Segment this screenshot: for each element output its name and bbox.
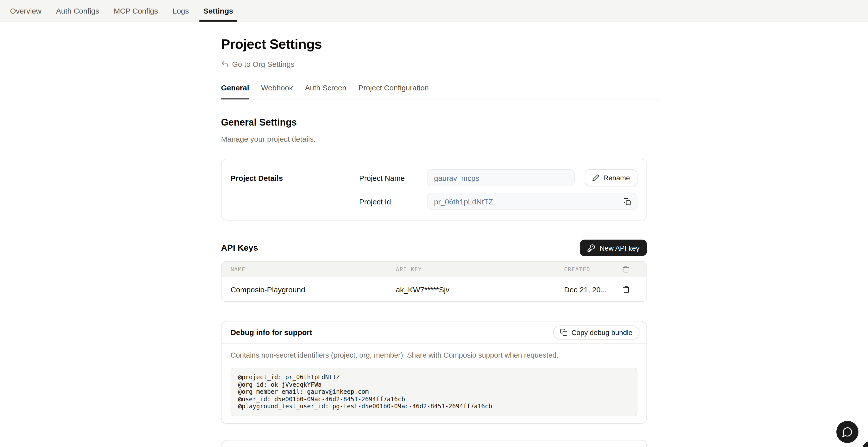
api-key-name-cell: Composio-Playground [230,285,396,293]
go-to-org-settings-link[interactable]: Go to Org Settings [221,59,294,69]
debug-info-title: Debug info for support [230,328,312,337]
table-row: Composio-Playground ak_KW7*****Sjv Dec 2… [221,277,647,301]
pencil-icon [592,174,599,181]
chat-fab-button[interactable] [836,421,859,443]
api-keys-table: NAME API KEY CREATED Composio-Playground… [221,261,647,302]
nav-item-auth-configs[interactable]: Auth Configs [52,0,103,22]
project-details-card: Project Details Project Name gaurav_mcps… [221,159,647,221]
key-icon [587,244,595,252]
go-to-org-settings-label: Go to Org Settings [232,59,294,69]
code-line: @user_id: d5e001b0-09ac-46d2-8451-2694ff… [238,395,630,403]
app-root: Overview Auth Configs MCP Configs Logs S… [0,0,868,447]
col-header-name: NAME [230,266,396,273]
api-key-value-cell: ak_KW7*****Sjv [396,285,564,293]
nav-item-settings[interactable]: Settings [199,0,237,22]
chat-bubble-icon [842,426,853,438]
code-line: @org_id: ok_jVveqqkYFWa- [238,381,630,388]
next-section-card-partial [221,440,647,447]
page-title: Project Settings [221,36,659,52]
tab-project-configuration[interactable]: Project Configuration [359,83,429,99]
trash-icon [622,266,629,273]
project-name-value: gaurav_mcps [434,173,479,182]
main-content: Project Settings Go to Org Settings Gene… [215,36,659,447]
col-header-delete [622,266,647,273]
project-details-title: Project Details [230,173,359,182]
project-name-input[interactable]: gaurav_mcps [427,169,575,186]
col-header-api-key: API KEY [396,266,564,273]
api-keys-header: API Keys New API key [221,240,647,256]
delete-api-key-icon[interactable] [622,286,630,293]
general-settings-heading: General Settings [221,117,647,128]
copy-debug-bundle-label: Copy debug bundle [571,328,632,336]
code-line: @org_member_email: gaurav@inkeep.com [238,388,630,395]
copy-icon [560,328,567,336]
debug-info-card: Debug info for support Copy debug bundle… [221,321,647,424]
settings-tabs: General Webhook Auth Screen Project Conf… [215,83,659,99]
top-nav: Overview Auth Configs MCP Configs Logs S… [0,0,868,22]
code-line: @project_id: pr_06th1pLdNtTZ [238,374,630,381]
project-name-label: Project Name [359,173,427,182]
api-key-created-cell: Dec 21, 20... [564,285,622,293]
copy-project-id-icon[interactable] [623,198,631,205]
project-id-value: pr_06th1pLdNtTZ [434,197,493,206]
api-key-actions-cell [622,286,647,293]
debug-info-header: Debug info for support Copy debug bundle [221,321,647,344]
new-api-key-button[interactable]: New API key [580,240,647,256]
nav-item-overview[interactable]: Overview [6,0,45,22]
debug-info-description: Contains non-secret identifiers (project… [230,351,638,360]
nav-item-mcp-configs[interactable]: MCP Configs [110,0,162,22]
general-settings-subheading: Manage your project details. [221,135,647,143]
rename-button-label: Rename [603,174,630,182]
rename-button[interactable]: Rename [585,169,638,186]
corner-up-left-icon [221,60,228,68]
general-tab-panel: General Settings Manage your project det… [221,117,647,447]
nav-item-logs[interactable]: Logs [168,0,193,22]
project-id-input[interactable]: pr_06th1pLdNtTZ [427,193,638,210]
tab-general[interactable]: General [221,83,249,99]
tab-auth-screen[interactable]: Auth Screen [305,83,346,99]
new-api-key-label: New API key [599,244,640,252]
copy-debug-bundle-button[interactable]: Copy debug bundle [553,325,640,339]
api-keys-table-header: NAME API KEY CREATED [221,262,647,277]
api-keys-heading: API Keys [221,243,258,253]
col-header-created: CREATED [564,266,622,273]
debug-info-body: Contains non-secret identifiers (project… [221,344,647,423]
tab-webhook[interactable]: Webhook [261,83,293,99]
code-line: @playground_test_user_id: pg-test-d5e001… [238,403,630,410]
project-id-label: Project Id [359,197,427,206]
corner-widget-partial [862,441,868,447]
debug-bundle-code-block: @project_id: pr_06th1pLdNtTZ @org_id: ok… [230,368,638,416]
